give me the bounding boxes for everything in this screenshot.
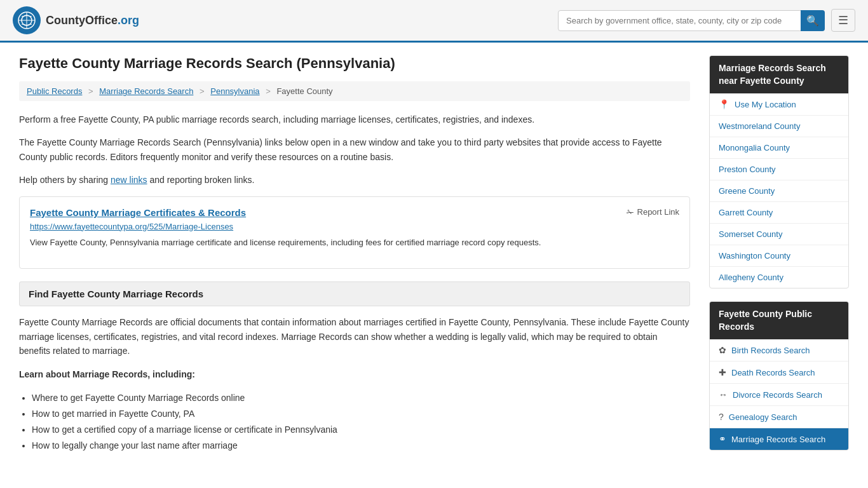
genealogy-icon: ?: [719, 412, 724, 422]
public-records-card: Fayette County Public Records ✿ Birth Re…: [709, 301, 849, 451]
link-card: Fayette County Marriage Certificates & R…: [19, 196, 690, 269]
learn-label: Learn about Marriage Records, including:: [19, 367, 690, 381]
washington-label: Washington County: [719, 251, 790, 261]
somerset-label: Somerset County: [719, 229, 782, 239]
divorce-records-icon: ↔: [719, 390, 728, 400]
greene-label: Greene County: [719, 186, 775, 196]
breadcrumb-current: Fayette County: [276, 86, 332, 96]
intro-paragraph-3: Help others by sharing new links and rep…: [19, 173, 690, 187]
logo-area: CountyOffice.org: [13, 6, 139, 34]
birth-records-icon: ✿: [719, 345, 726, 355]
search-button[interactable]: 🔍: [801, 10, 825, 31]
link-card-url[interactable]: https://www.fayettecountypa.org/525/Marr…: [30, 222, 679, 231]
link-card-desc: View Fayette County, Pennsylvania marria…: [30, 236, 679, 250]
section-body: Fayette County Marriage Records are offi…: [19, 315, 690, 358]
list-item: How to get a certified copy of a marriag…: [32, 422, 690, 438]
link-card-header: Fayette County Marriage Certificates & R…: [30, 207, 679, 218]
death-records-label: Death Records Search: [731, 368, 815, 377]
genealogy-link[interactable]: ? Genealogy Search: [710, 406, 848, 428]
breadcrumb-pennsylvania[interactable]: Pennsylvania: [210, 86, 259, 96]
marriage-records-link[interactable]: ⚭ Marriage Records Search: [710, 428, 848, 450]
sidebar: Marriage Records Search near Fayette Cou…: [709, 55, 849, 463]
report-link-button[interactable]: ✁ Report Link: [627, 207, 679, 217]
garrett-label: Garrett County: [719, 208, 773, 217]
intro3-suffix: and reporting broken links.: [147, 175, 255, 185]
public-records-body: ✿ Birth Records Search ✚ Death Records S…: [710, 339, 848, 450]
hamburger-button[interactable]: ☰: [831, 9, 855, 32]
content-section: Fayette County Marriage Records are offi…: [19, 315, 690, 454]
main-container: Fayette County Marriage Records Search (…: [0, 43, 868, 476]
bullet-list: Where to get Fayette County Marriage Rec…: [32, 390, 690, 454]
link-card-title[interactable]: Fayette County Marriage Certificates & R…: [30, 207, 246, 218]
search-icon: 🔍: [806, 15, 819, 27]
logo-text[interactable]: CountyOffice.org: [46, 14, 139, 27]
intro-paragraph-2: The Fayette County Marriage Records Sear…: [19, 135, 690, 164]
death-records-link[interactable]: ✚ Death Records Search: [710, 362, 848, 384]
content-area: Fayette County Marriage Records Search (…: [19, 55, 690, 463]
search-box-wrapper: 🔍: [558, 10, 825, 31]
section-box: Find Fayette County Marriage Records: [19, 281, 690, 306]
monongalia-label: Monongalia County: [719, 143, 790, 152]
breadcrumb: Public Records > Marriage Records Search…: [19, 81, 690, 101]
header: CountyOffice.org 🔍 ☰: [0, 0, 868, 43]
sidebar-preston[interactable]: Preston County: [710, 159, 848, 180]
search-area: 🔍 ☰: [558, 9, 855, 32]
report-link-label: Report Link: [637, 207, 679, 217]
marriage-records-label: Marriage Records Search: [731, 435, 825, 444]
list-item: How to legally change your last name aft…: [32, 438, 690, 454]
sidebar-westmoreland[interactable]: Westmoreland County: [710, 116, 848, 137]
allegheny-label: Allegheny County: [719, 273, 783, 282]
breadcrumb-sep-1: >: [88, 86, 93, 96]
death-records-icon: ✚: [719, 367, 726, 377]
preston-label: Preston County: [719, 165, 776, 174]
section-box-title: Find Fayette County Marriage Records: [29, 288, 203, 299]
westmoreland-label: Westmoreland County: [719, 121, 800, 131]
nearby-counties-body: 📍 Use My Location Westmoreland County Mo…: [710, 93, 848, 288]
marriage-records-icon: ⚭: [719, 434, 726, 444]
list-item: How to get married in Fayette County, PA: [32, 406, 690, 422]
use-my-location-label: Use My Location: [735, 100, 796, 109]
sidebar-garrett[interactable]: Garrett County: [710, 202, 848, 224]
genealogy-label: Genealogy Search: [729, 412, 797, 422]
page-title: Fayette County Marriage Records Search (…: [19, 55, 690, 72]
breadcrumb-sep-3: >: [266, 86, 271, 96]
sidebar-somerset[interactable]: Somerset County: [710, 224, 848, 245]
nearby-counties-header: Marriage Records Search near Fayette Cou…: [710, 56, 848, 93]
intro3-prefix: Help others by sharing: [19, 175, 111, 185]
nearby-counties-card: Marriage Records Search near Fayette Cou…: [709, 55, 849, 288]
sidebar-allegheny[interactable]: Allegheny County: [710, 267, 848, 288]
breadcrumb-marriage-records[interactable]: Marriage Records Search: [99, 86, 193, 96]
new-links-link[interactable]: new links: [111, 175, 147, 185]
report-icon: ✁: [627, 207, 634, 217]
search-input[interactable]: [558, 10, 825, 31]
sidebar-monongalia[interactable]: Monongalia County: [710, 137, 848, 159]
birth-records-label: Birth Records Search: [731, 346, 810, 355]
breadcrumb-public-records[interactable]: Public Records: [27, 86, 82, 96]
logo-icon: [13, 6, 41, 34]
divorce-records-label: Divorce Records Search: [733, 390, 822, 400]
list-item: Where to get Fayette County Marriage Rec…: [32, 390, 690, 406]
location-icon: 📍: [719, 99, 729, 109]
breadcrumb-sep-2: >: [200, 86, 205, 96]
sidebar-washington[interactable]: Washington County: [710, 245, 848, 267]
intro-paragraph-1: Perform a free Fayette County, PA public…: [19, 112, 690, 126]
sidebar-greene[interactable]: Greene County: [710, 180, 848, 202]
use-my-location-link[interactable]: 📍 Use My Location: [710, 93, 848, 116]
birth-records-link[interactable]: ✿ Birth Records Search: [710, 339, 848, 362]
divorce-records-link[interactable]: ↔ Divorce Records Search: [710, 384, 848, 406]
public-records-header: Fayette County Public Records: [710, 302, 848, 339]
